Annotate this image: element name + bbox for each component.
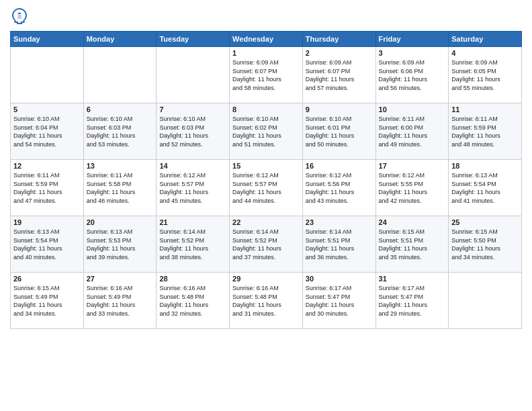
- day-info: Sunrise: 6:11 AM Sunset: 5:59 PM Dayligh…: [13, 171, 81, 205]
- weekday-header-monday: Monday: [83, 32, 157, 47]
- day-info: Sunrise: 6:14 AM Sunset: 5:52 PM Dayligh…: [232, 228, 300, 261]
- day-cell: 27Sunrise: 6:16 AM Sunset: 5:49 PM Dayli…: [83, 273, 157, 329]
- day-number: 5: [13, 105, 81, 113]
- day-cell: 1Sunrise: 6:09 AM Sunset: 6:07 PM Daylig…: [230, 47, 303, 103]
- day-number: 4: [451, 49, 519, 57]
- day-info: Sunrise: 6:10 AM Sunset: 6:03 PM Dayligh…: [159, 115, 226, 148]
- day-cell: 10Sunrise: 6:11 AM Sunset: 6:00 PM Dayli…: [375, 103, 449, 160]
- week-row-1: 1Sunrise: 6:09 AM Sunset: 6:07 PM Daylig…: [11, 47, 522, 103]
- day-cell: 17Sunrise: 6:12 AM Sunset: 5:55 PM Dayli…: [375, 160, 449, 216]
- day-number: 28: [159, 275, 226, 283]
- day-info: Sunrise: 6:14 AM Sunset: 5:52 PM Dayligh…: [159, 228, 226, 261]
- day-info: Sunrise: 6:09 AM Sunset: 6:05 PM Dayligh…: [451, 58, 519, 92]
- day-cell: 12Sunrise: 6:11 AM Sunset: 5:59 PM Dayli…: [11, 160, 84, 216]
- day-number: 19: [13, 218, 81, 226]
- day-cell: 26Sunrise: 6:15 AM Sunset: 5:49 PM Dayli…: [11, 273, 84, 329]
- weekday-header-wednesday: Wednesday: [230, 32, 303, 47]
- day-cell: 6Sunrise: 6:10 AM Sunset: 6:03 PM Daylig…: [83, 103, 157, 160]
- week-row-4: 19Sunrise: 6:13 AM Sunset: 5:54 PM Dayli…: [11, 216, 522, 273]
- day-info: Sunrise: 6:10 AM Sunset: 6:04 PM Dayligh…: [13, 115, 81, 148]
- day-cell: 28Sunrise: 6:16 AM Sunset: 5:48 PM Dayli…: [157, 273, 230, 329]
- day-number: 31: [379, 275, 446, 283]
- day-number: 13: [87, 162, 154, 170]
- day-number: 12: [13, 162, 81, 170]
- day-number: 17: [379, 162, 446, 170]
- day-info: Sunrise: 6:09 AM Sunset: 6:07 PM Dayligh…: [306, 58, 373, 92]
- week-row-5: 26Sunrise: 6:15 AM Sunset: 5:49 PM Dayli…: [11, 273, 522, 329]
- day-cell: 11Sunrise: 6:11 AM Sunset: 5:59 PM Dayli…: [449, 103, 522, 160]
- day-info: Sunrise: 6:13 AM Sunset: 5:54 PM Dayligh…: [13, 228, 81, 261]
- day-number: 3: [379, 49, 446, 57]
- day-cell: 20Sunrise: 6:13 AM Sunset: 5:53 PM Dayli…: [83, 216, 157, 273]
- day-info: Sunrise: 6:13 AM Sunset: 5:54 PM Dayligh…: [451, 171, 519, 205]
- header: [10, 7, 522, 26]
- day-cell: 14Sunrise: 6:12 AM Sunset: 5:57 PM Dayli…: [157, 160, 230, 216]
- day-info: Sunrise: 6:16 AM Sunset: 5:48 PM Dayligh…: [159, 284, 226, 318]
- day-number: 15: [232, 162, 300, 170]
- day-number: 6: [87, 105, 154, 113]
- weekday-header-sunday: Sunday: [11, 32, 84, 47]
- day-info: Sunrise: 6:11 AM Sunset: 6:00 PM Dayligh…: [379, 115, 446, 148]
- logo: [10, 7, 32, 26]
- day-info: Sunrise: 6:12 AM Sunset: 5:57 PM Dayligh…: [232, 171, 300, 205]
- page: SundayMondayTuesdayWednesdayThursdayFrid…: [0, 0, 532, 411]
- day-info: Sunrise: 6:16 AM Sunset: 5:49 PM Dayligh…: [87, 284, 154, 318]
- day-number: 14: [159, 162, 226, 170]
- weekday-header-tuesday: Tuesday: [157, 32, 230, 47]
- day-cell: [449, 273, 522, 329]
- weekday-header-thursday: Thursday: [302, 32, 375, 47]
- day-cell: 23Sunrise: 6:14 AM Sunset: 5:51 PM Dayli…: [302, 216, 375, 273]
- day-number: 23: [306, 218, 373, 226]
- day-cell: 30Sunrise: 6:17 AM Sunset: 5:47 PM Dayli…: [302, 273, 375, 329]
- day-cell: 21Sunrise: 6:14 AM Sunset: 5:52 PM Dayli…: [157, 216, 230, 273]
- day-number: 24: [379, 218, 446, 226]
- calendar-table: SundayMondayTuesdayWednesdayThursdayFrid…: [10, 31, 522, 329]
- day-number: 21: [159, 218, 226, 226]
- day-number: 22: [232, 218, 300, 226]
- week-row-3: 12Sunrise: 6:11 AM Sunset: 5:59 PM Dayli…: [11, 160, 522, 216]
- day-number: 7: [159, 105, 226, 113]
- day-cell: [83, 47, 157, 103]
- day-cell: 31Sunrise: 6:17 AM Sunset: 5:47 PM Dayli…: [375, 273, 449, 329]
- day-number: 18: [451, 162, 519, 170]
- day-info: Sunrise: 6:17 AM Sunset: 5:47 PM Dayligh…: [306, 284, 373, 318]
- day-cell: 24Sunrise: 6:15 AM Sunset: 5:51 PM Dayli…: [375, 216, 449, 273]
- day-cell: 5Sunrise: 6:10 AM Sunset: 6:04 PM Daylig…: [11, 103, 84, 160]
- day-cell: [157, 47, 230, 103]
- day-info: Sunrise: 6:12 AM Sunset: 5:57 PM Dayligh…: [159, 171, 226, 205]
- day-info: Sunrise: 6:11 AM Sunset: 5:59 PM Dayligh…: [451, 115, 519, 148]
- day-info: Sunrise: 6:12 AM Sunset: 5:55 PM Dayligh…: [379, 171, 446, 205]
- day-cell: 16Sunrise: 6:12 AM Sunset: 5:56 PM Dayli…: [302, 160, 375, 216]
- day-cell: 9Sunrise: 6:10 AM Sunset: 6:01 PM Daylig…: [302, 103, 375, 160]
- day-cell: 18Sunrise: 6:13 AM Sunset: 5:54 PM Dayli…: [449, 160, 522, 216]
- day-info: Sunrise: 6:10 AM Sunset: 6:01 PM Dayligh…: [306, 115, 373, 148]
- day-number: 26: [13, 275, 81, 283]
- weekday-header-saturday: Saturday: [449, 32, 522, 47]
- day-number: 30: [306, 275, 373, 283]
- day-number: 9: [306, 105, 373, 113]
- day-cell: 19Sunrise: 6:13 AM Sunset: 5:54 PM Dayli…: [11, 216, 84, 273]
- day-info: Sunrise: 6:11 AM Sunset: 5:58 PM Dayligh…: [87, 171, 154, 205]
- day-number: 16: [306, 162, 373, 170]
- day-info: Sunrise: 6:12 AM Sunset: 5:56 PM Dayligh…: [306, 171, 373, 205]
- day-number: 29: [232, 275, 300, 283]
- day-number: 10: [379, 105, 446, 113]
- day-cell: 8Sunrise: 6:10 AM Sunset: 6:02 PM Daylig…: [230, 103, 303, 160]
- day-cell: 29Sunrise: 6:16 AM Sunset: 5:48 PM Dayli…: [230, 273, 303, 329]
- day-cell: 15Sunrise: 6:12 AM Sunset: 5:57 PM Dayli…: [230, 160, 303, 216]
- week-row-2: 5Sunrise: 6:10 AM Sunset: 6:04 PM Daylig…: [11, 103, 522, 160]
- weekday-header-friday: Friday: [375, 32, 449, 47]
- day-number: 20: [87, 218, 154, 226]
- day-number: 2: [306, 49, 373, 57]
- day-cell: 25Sunrise: 6:15 AM Sunset: 5:50 PM Dayli…: [449, 216, 522, 273]
- day-info: Sunrise: 6:17 AM Sunset: 5:47 PM Dayligh…: [379, 284, 446, 318]
- day-number: 11: [451, 105, 519, 113]
- day-number: 1: [232, 49, 300, 57]
- day-cell: 13Sunrise: 6:11 AM Sunset: 5:58 PM Dayli…: [83, 160, 157, 216]
- weekday-header-row: SundayMondayTuesdayWednesdayThursdayFrid…: [11, 32, 522, 47]
- day-info: Sunrise: 6:09 AM Sunset: 6:06 PM Dayligh…: [379, 58, 446, 92]
- day-info: Sunrise: 6:16 AM Sunset: 5:48 PM Dayligh…: [232, 284, 300, 318]
- day-info: Sunrise: 6:15 AM Sunset: 5:51 PM Dayligh…: [379, 228, 446, 261]
- day-info: Sunrise: 6:09 AM Sunset: 6:07 PM Dayligh…: [232, 58, 300, 92]
- day-number: 27: [87, 275, 154, 283]
